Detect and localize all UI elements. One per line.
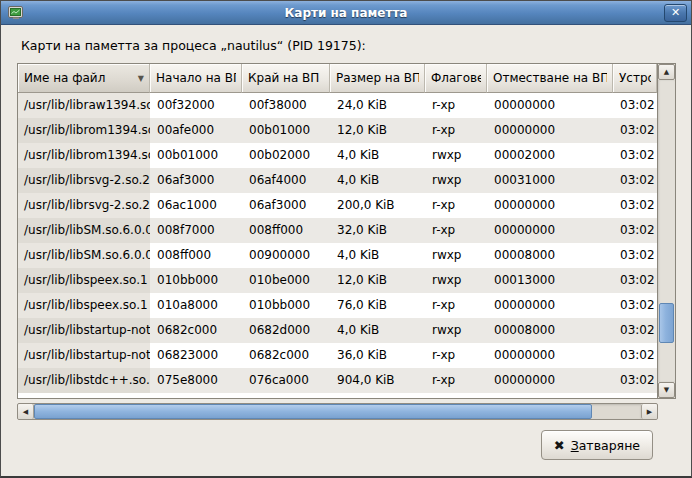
table-cell: /usr/lib/libSM.so.6.0.0 bbox=[18, 243, 150, 268]
table-cell: 06af4000 bbox=[242, 168, 330, 193]
table-cell: /usr/lib/librom1394.so bbox=[18, 118, 150, 143]
table-row[interactable]: /usr/lib/libstdc++.so.6075e8000076ca0009… bbox=[18, 368, 657, 393]
column-header-6[interactable]: Устройство bbox=[613, 64, 657, 93]
table-cell: 00008000 bbox=[487, 318, 613, 343]
table-row[interactable]: /usr/lib/libSM.so.6.0.0008f7000008ff0003… bbox=[18, 218, 657, 243]
vertical-scroll-track[interactable] bbox=[658, 80, 675, 382]
table-cell: 00b01000 bbox=[242, 118, 330, 143]
table-cell: 00b02000 bbox=[242, 143, 330, 168]
close-button[interactable]: ✖ Затваряне bbox=[541, 430, 653, 460]
table-row[interactable]: /usr/lib/libspeex.so.1010a8000010bb00076… bbox=[18, 293, 657, 318]
table-cell: r-xp bbox=[425, 368, 487, 393]
table-cell: 008ff000 bbox=[150, 243, 242, 268]
horizontal-scrollbar[interactable]: ◀ ▶ bbox=[17, 403, 658, 420]
table-cell: 03:02 bbox=[613, 368, 657, 393]
table-cell: 00f32000 bbox=[150, 93, 242, 118]
table-cell: /usr/lib/libraw1394.so bbox=[18, 93, 150, 118]
column-header-5[interactable]: Отместване на ВП bbox=[487, 64, 613, 93]
table-cell: 075e8000 bbox=[150, 368, 242, 393]
process-maps-label: Карти на паметта за процеса „nautilus“ (… bbox=[21, 38, 366, 53]
table-body: /usr/lib/libraw1394.so00f3200000f3800024… bbox=[18, 93, 657, 398]
window-title: Карти на паметта bbox=[1, 6, 691, 20]
table-cell: 12,0 KiB bbox=[330, 268, 425, 293]
table-cell: 00002000 bbox=[487, 143, 613, 168]
table-cell: 010a8000 bbox=[150, 293, 242, 318]
table-cell: 06af3000 bbox=[242, 193, 330, 218]
table-cell: 03:02 bbox=[613, 243, 657, 268]
scroll-down-button[interactable]: ▼ bbox=[658, 382, 675, 398]
table-cell: 0682d000 bbox=[242, 318, 330, 343]
table-cell: 00000000 bbox=[487, 93, 613, 118]
table-cell: 00008000 bbox=[487, 243, 613, 268]
horizontal-scroll-track[interactable] bbox=[34, 404, 641, 419]
table-cell: 32,0 KiB bbox=[330, 218, 425, 243]
horizontal-scroll-thumb[interactable] bbox=[34, 404, 592, 419]
table-cell: 03:02 bbox=[613, 93, 657, 118]
table-cell: 00000000 bbox=[487, 193, 613, 218]
table-cell: 00013000 bbox=[487, 268, 613, 293]
table-cell: 03:02 bbox=[613, 168, 657, 193]
table-row[interactable]: /usr/lib/libstartup-not068230000682c0003… bbox=[18, 343, 657, 368]
column-header-label: Начало на ВП bbox=[156, 71, 236, 85]
table-cell: 0682c000 bbox=[242, 343, 330, 368]
table-cell: 03:02 bbox=[613, 143, 657, 168]
table-cell: 4,0 KiB bbox=[330, 168, 425, 193]
table-cell: 010bb000 bbox=[242, 293, 330, 318]
table-row[interactable]: /usr/lib/librom1394.so00afe00000b0100012… bbox=[18, 118, 657, 143]
column-header-2[interactable]: Край на ВП bbox=[242, 64, 330, 93]
table-row[interactable]: /usr/lib/librsvg-2.so.206af300006af40004… bbox=[18, 168, 657, 193]
table-cell: /usr/lib/librsvg-2.so.2 bbox=[18, 193, 150, 218]
table-cell: 904,0 KiB bbox=[330, 368, 425, 393]
table-cell: r-xp bbox=[425, 343, 487, 368]
table-cell: r-xp bbox=[425, 93, 487, 118]
table-cell: 03:02 bbox=[613, 193, 657, 218]
table-row[interactable]: /usr/lib/libspeex.so.1010bb000010be00012… bbox=[18, 268, 657, 293]
scroll-right-button[interactable]: ▶ bbox=[641, 404, 657, 419]
vertical-scrollbar[interactable]: ▲ ▼ bbox=[657, 64, 675, 398]
table-cell: 00000000 bbox=[487, 118, 613, 143]
column-header-1[interactable]: Начало на ВП bbox=[150, 64, 242, 93]
table-cell: 010bb000 bbox=[150, 268, 242, 293]
column-header-label: Флагове bbox=[431, 71, 481, 85]
table-cell: 4,0 KiB bbox=[330, 243, 425, 268]
table-row[interactable]: /usr/lib/libraw1394.so00f3200000f3800024… bbox=[18, 93, 657, 118]
table-cell: 00900000 bbox=[242, 243, 330, 268]
titlebar[interactable]: Карти на паметта ✕ bbox=[1, 1, 691, 25]
table-row[interactable]: /usr/lib/librom1394.so00b0100000b020004,… bbox=[18, 143, 657, 168]
table-cell: 4,0 KiB bbox=[330, 318, 425, 343]
table-cell: 03:02 bbox=[613, 268, 657, 293]
table-cell: 00000000 bbox=[487, 343, 613, 368]
table-cell: r-xp bbox=[425, 193, 487, 218]
table-cell: 06af3000 bbox=[150, 168, 242, 193]
column-header-label: Отместване на ВП bbox=[493, 71, 607, 85]
table-row[interactable]: /usr/lib/librsvg-2.so.206ac100006af30002… bbox=[18, 193, 657, 218]
dialog-content: Карти на паметта за процеса „nautilus“ (… bbox=[1, 25, 691, 477]
table-row[interactable]: /usr/lib/libstartup-not0682c0000682d0004… bbox=[18, 318, 657, 343]
column-header-4[interactable]: Флагове bbox=[425, 64, 487, 93]
table-cell: 03:02 bbox=[613, 318, 657, 343]
scroll-up-button[interactable]: ▲ bbox=[658, 64, 675, 80]
table-cell: r-xp bbox=[425, 293, 487, 318]
table-cell: /usr/lib/librsvg-2.so.2 bbox=[18, 168, 150, 193]
scroll-left-button[interactable]: ◀ bbox=[18, 404, 34, 419]
memory-maps-dialog: Карти на паметта ✕ Карти на паметта за п… bbox=[0, 0, 692, 478]
vertical-scroll-thumb[interactable] bbox=[659, 303, 674, 342]
window-close-button[interactable]: ✕ bbox=[664, 4, 687, 22]
table-cell: 03:02 bbox=[613, 293, 657, 318]
table-row[interactable]: /usr/lib/libSM.so.6.0.0008ff000009000004… bbox=[18, 243, 657, 268]
memory-maps-table: Име на файл▼Начало на ВПКрай на ВПРазмер… bbox=[17, 63, 676, 399]
table-cell: 12,0 KiB bbox=[330, 118, 425, 143]
table-cell: /usr/lib/librom1394.so bbox=[18, 143, 150, 168]
column-header-0[interactable]: Име на файл▼ bbox=[18, 64, 150, 93]
table-cell: rwxp bbox=[425, 243, 487, 268]
sort-descending-icon: ▼ bbox=[138, 74, 144, 83]
table-cell: 76,0 KiB bbox=[330, 293, 425, 318]
table-cell: rwxp bbox=[425, 143, 487, 168]
column-header-label: Размер на ВП bbox=[336, 71, 419, 85]
scroll-left-icon: ◀ bbox=[23, 408, 28, 416]
column-header-3[interactable]: Размер на ВП bbox=[330, 64, 425, 93]
table-cell: 00000000 bbox=[487, 218, 613, 243]
table-cell: 010be000 bbox=[242, 268, 330, 293]
table-cell: 076ca000 bbox=[242, 368, 330, 393]
column-header-label: Устройство bbox=[619, 71, 651, 85]
